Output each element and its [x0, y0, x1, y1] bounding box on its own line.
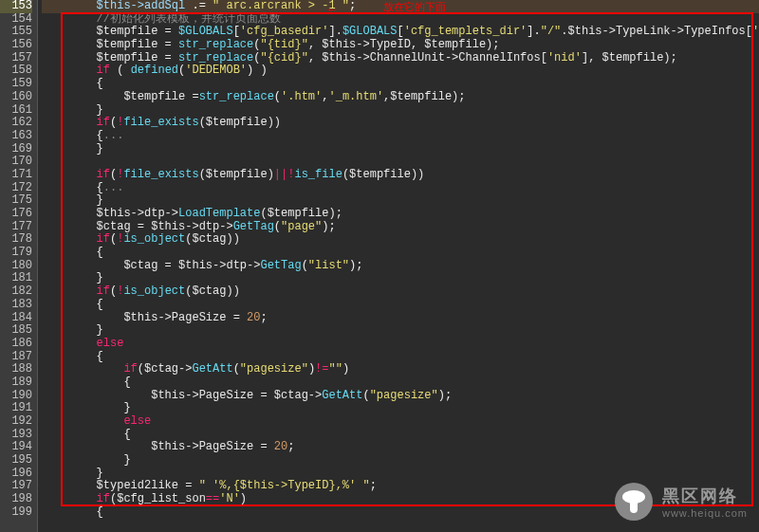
line-number: 153 — [0, 0, 32, 13]
line-number: 157 — [0, 52, 32, 65]
code-line: if(!file_exists($tempfile)||!is_file($te… — [42, 169, 759, 182]
code-line: $tempfile =str_replace('.htm','_m.htm',$… — [42, 91, 759, 104]
line-number: 186 — [0, 338, 32, 351]
code-line: $ctag = $this->dtp->GetTag("page"); — [42, 221, 759, 234]
code-line: { — [42, 247, 759, 260]
gutter: 1531541551561571581591601611621631691701… — [0, 0, 38, 532]
line-number: 163 — [0, 130, 32, 143]
code-line: } — [42, 272, 759, 285]
line-number: 199 — [0, 506, 32, 520]
code-line: if(!is_object($ctag)) — [42, 285, 759, 299]
line-number: 179 — [0, 247, 32, 260]
code-line: } — [42, 143, 759, 156]
code-line: { — [42, 376, 759, 390]
line-number: 161 — [0, 104, 32, 118]
line-number: 195 — [0, 454, 32, 468]
code-line: {... — [42, 130, 759, 143]
code-line: $tempfile = str_replace("{tid}", $this->… — [42, 39, 759, 52]
code-line: if ( defined('DEDEMOB') ) — [42, 64, 759, 78]
code-line: $tempfile = $GLOBALS['cfg_basedir'].$GLO… — [42, 26, 759, 39]
line-number: 154 — [0, 13, 32, 27]
arrow-icon: ← — [328, 2, 336, 17]
line-number: 194 — [0, 441, 32, 454]
code-line: } — [42, 104, 759, 118]
line-number: 192 — [0, 415, 32, 429]
line-number: 159 — [0, 78, 32, 91]
code-line: else — [42, 415, 759, 429]
line-number: 193 — [0, 429, 32, 442]
line-number: 188 — [0, 363, 32, 376]
line-number: 176 — [0, 208, 32, 221]
code-line: if(!is_object($ctag)) — [42, 233, 759, 247]
line-number: 191 — [0, 402, 32, 415]
code-line: $tempfile = str_replace("{cid}", $this->… — [42, 52, 759, 65]
watermark: 黑区网络 www.heiqu.com — [615, 483, 748, 521]
line-number: 177 — [0, 221, 32, 234]
line-number: 170 — [0, 156, 32, 169]
code-line: { — [42, 429, 759, 442]
code-line: //初始化列表模板，并统计页面总数 — [42, 13, 759, 27]
line-number: 181 — [0, 272, 32, 285]
code-editor: 1531541551561571581591601611621631691701… — [0, 0, 759, 532]
line-number: 182 — [0, 285, 32, 299]
line-number: 158 — [0, 64, 32, 78]
mushroom-icon — [615, 483, 653, 521]
line-number: 162 — [0, 117, 32, 130]
line-number: 171 — [0, 169, 32, 182]
line-number: 189 — [0, 376, 32, 390]
code-line: { — [42, 78, 759, 91]
line-number: 184 — [0, 312, 32, 325]
line-number: 196 — [0, 468, 32, 481]
watermark-text: 黑区网络 www.heiqu.com — [662, 485, 748, 519]
line-number: 156 — [0, 39, 32, 52]
code-line: {... — [42, 182, 759, 195]
line-number: 197 — [0, 480, 32, 493]
code-line: } — [42, 194, 759, 208]
code-line: } — [42, 324, 759, 338]
code-line: $ctag = $this->dtp->GetTag("list"); — [42, 260, 759, 273]
line-number: 160 — [0, 91, 32, 104]
code-line: { — [42, 299, 759, 312]
code-line: } — [42, 468, 759, 481]
code-line: $this->dtp->LoadTemplate($tempfile); — [42, 208, 759, 221]
line-number: 187 — [0, 351, 32, 364]
code-area[interactable]: $this->addSql .= " arc.arcrank > -1 "; /… — [38, 0, 759, 532]
line-number: 155 — [0, 26, 32, 39]
code-line: if(!file_exists($tempfile)) — [42, 117, 759, 130]
code-line: } — [42, 402, 759, 415]
line-number: 185 — [0, 324, 32, 338]
code-line: { — [42, 351, 759, 364]
code-line: } — [42, 454, 759, 468]
code-line: $this->PageSize = $ctag->GetAtt("pagesiz… — [42, 390, 759, 403]
line-number: 198 — [0, 493, 32, 506]
line-number: 169 — [0, 143, 32, 156]
code-line: $this->PageSize = 20; — [42, 441, 759, 454]
line-number: 175 — [0, 194, 32, 208]
line-number: 172 — [0, 182, 32, 195]
code-line — [42, 156, 759, 169]
line-number: 180 — [0, 260, 32, 273]
annotation-text: 放在它的下面 — [383, 0, 446, 14]
line-number: 178 — [0, 233, 32, 247]
code-line: else — [42, 338, 759, 351]
code-line: if($ctag->GetAtt("pagesize")!="") — [42, 363, 759, 376]
code-line: $this->PageSize = 20; — [42, 312, 759, 325]
line-number: 183 — [0, 299, 32, 312]
line-number: 190 — [0, 390, 32, 403]
